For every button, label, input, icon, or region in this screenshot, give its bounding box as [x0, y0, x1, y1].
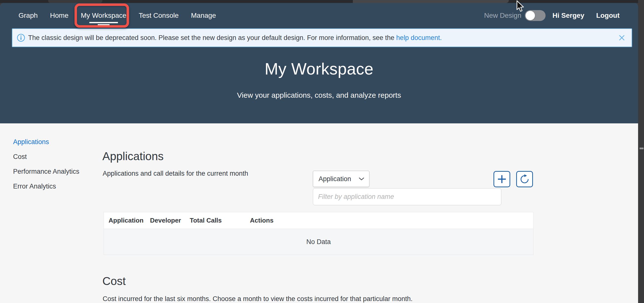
column-header-total-calls: Total Calls [190, 217, 250, 224]
sidebar-item-applications[interactable]: Applications [13, 138, 80, 146]
banner-message: The classic design will be deprecated so… [28, 34, 396, 42]
applications-table: Application Developer Total Calls Action… [104, 212, 534, 255]
table-header-row: Application Developer Total Calls Action… [104, 212, 533, 229]
nav-item-home[interactable]: Home [50, 12, 68, 20]
table-empty-state: No Data [104, 229, 533, 255]
chevron-down-icon [358, 177, 365, 181]
nav-item-manage[interactable]: Manage [191, 12, 216, 20]
nav-item-graph[interactable]: Graph [18, 12, 38, 20]
close-icon [618, 34, 625, 41]
nav-right-group: New Design Hi Sergey Logout [484, 10, 620, 21]
browser-tab-shape [48, 0, 102, 3]
banner-close-button[interactable] [618, 34, 625, 41]
user-greeting: Hi Sergey [552, 12, 584, 20]
add-application-button[interactable] [494, 171, 510, 187]
nav-menu: Graph Home My Workspace Test Console Man… [18, 12, 216, 20]
page-subtitle: View your applications, costs, and analy… [0, 91, 638, 100]
screen: Graph Home My Workspace Test Console Man… [0, 0, 644, 303]
cost-section-heading: Cost [102, 274, 126, 288]
column-header-developer: Developer [150, 217, 190, 224]
scrollbar-thumb[interactable] [640, 148, 644, 149]
logout-button[interactable]: Logout [596, 12, 620, 20]
application-filter-input[interactable] [313, 188, 502, 205]
sidebar-item-error-analytics[interactable]: Error Analytics [13, 182, 80, 190]
main-content: Applications Cost Performance Analytics … [0, 123, 638, 303]
cost-section-description: Cost incurred for the last six months. C… [103, 295, 412, 303]
sidebar-item-performance-analytics[interactable]: Performance Analytics [13, 168, 80, 175]
info-icon [17, 34, 25, 42]
toggle-knob [526, 11, 535, 20]
deprecation-banner: The classic design will be deprecated so… [12, 28, 632, 47]
new-design-toggle[interactable] [525, 10, 546, 21]
browser-tab-shape [353, 0, 509, 3]
refresh-button[interactable] [516, 171, 533, 187]
column-header-application: Application [108, 217, 150, 224]
applications-section-heading: Applications [102, 150, 164, 163]
page-header: Graph Home My Workspace Test Console Man… [0, 3, 638, 123]
banner-text: The classic design will be deprecated so… [28, 34, 442, 42]
application-type-select[interactable]: Application [313, 171, 369, 187]
refresh-icon [520, 174, 530, 184]
nav-item-label: My Workspace [81, 12, 126, 19]
page-title: My Workspace [0, 60, 638, 78]
nav-item-test-console[interactable]: Test Console [139, 12, 179, 20]
plus-icon [497, 174, 507, 184]
top-navbar: Graph Home My Workspace Test Console Man… [0, 3, 638, 28]
sidebar-item-cost[interactable]: Cost [13, 153, 80, 160]
active-tab-indicator-short [98, 24, 110, 26]
sidebar: Applications Cost Performance Analytics … [13, 138, 80, 198]
browser-chrome-strip [0, 0, 638, 3]
column-header-actions: Actions [250, 217, 533, 224]
nav-item-my-workspace[interactable]: My Workspace [81, 12, 126, 20]
select-value: Application [318, 175, 351, 183]
active-tab-indicator [89, 22, 118, 23]
new-design-label: New Design [484, 12, 521, 20]
help-document-link[interactable]: help document. [396, 34, 442, 42]
applications-section-description: Applications and call details for the cu… [103, 170, 248, 178]
